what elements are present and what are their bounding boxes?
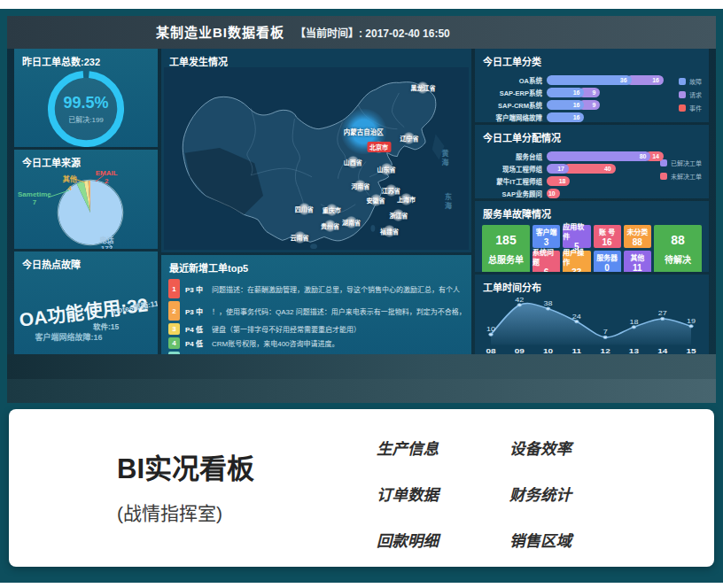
tile-用户操作: 用户操作33 (563, 251, 590, 272)
tile-name: 应用软件 (563, 221, 590, 241)
pie-label-EMAIL: EMAIL2 (96, 169, 118, 185)
brand-block: BI实况看板 (战情指挥室) (117, 446, 254, 525)
timeline-area-chart: 1008420938102411712181327141915 (480, 297, 702, 354)
card-link-生产信息[interactable]: 生产信息 (377, 437, 439, 459)
card-link-设备效率[interactable]: 设备效率 (509, 437, 571, 459)
bar-row-label: SAP-ERP系统 (482, 88, 547, 97)
tile-name: 客户端 (536, 227, 557, 236)
map-marker-湖南省: 湖南省 (342, 218, 361, 227)
pie-label-电话: 电话172 (99, 236, 113, 249)
bar-value: 16 (652, 77, 659, 83)
marker-label: 黑龙江省 (410, 83, 435, 92)
legend-label: 请求 (689, 90, 702, 99)
bar-row-label: 服务台组 (482, 151, 547, 161)
map-marker-内蒙古自治区: 内蒙古自治区 (344, 127, 384, 136)
panel-time-distribution: 工单时间分布 1008420938102411712181327141915 (475, 275, 709, 354)
left-column: 昨日工单总数:232 99.5% 已解决:199 今日工单来源 EMAIL2其他… (14, 49, 158, 354)
bar-value: 36 (620, 77, 627, 83)
bar-row-客户端网络故障: 客户端网络故障16 (482, 112, 702, 122)
bar-value: 18 (559, 178, 566, 184)
panel-top5-tickets: 最近新增工单top5 1P3 中问题描述：在薪酬激励管理，激励汇总里，导这个销售… (161, 255, 471, 354)
map-marker-山西省: 山西省 (344, 158, 362, 166)
panel-timeline-title: 工单时间分布 (475, 275, 709, 296)
marker-label: 安徽省 (367, 196, 385, 205)
map-marker-重庆市: 重庆市 (323, 205, 341, 214)
pie-label-name: 电话 (99, 236, 113, 244)
card-subtitle: (战情指挥室) (117, 499, 254, 525)
svg-text:38: 38 (544, 300, 554, 306)
bar-value: 16 (573, 102, 580, 108)
marker-label: 贵州省 (321, 221, 339, 230)
bar-row-label: 客户端网络故障 (482, 112, 547, 122)
tile-name: 用户操作 (563, 247, 590, 267)
bar-value: 80 (640, 153, 647, 159)
bar-segment: 16 (626, 75, 664, 85)
ticket-row-4: 4P4 低CRM账号权限，来电400咨询申请进度。 (168, 337, 464, 349)
marker-label: 福建省 (380, 227, 399, 236)
marker-label: 北京市 (367, 142, 391, 152)
bar-row-label: 蒙牛IT工程师组 (482, 176, 547, 186)
china-map: 内蒙古自治区北京市黑龙江省辽宁省山西省山东省河南省江苏省安徽省上海市浙江省四川省… (164, 67, 469, 250)
ticket-row-3: 3P4 低键盘（第一排字母不好用经常需要重启才能用） (168, 323, 464, 335)
bar-track: 18 (547, 176, 669, 186)
legend-label: 故障 (689, 77, 702, 86)
fault-word-cloud: OA功能使用:32inotes邮箱:11软件:15客户端网络故障:16 (14, 273, 158, 354)
tile-其他: 其他11 (624, 251, 651, 272)
screen-bezel-band-1 (7, 354, 716, 379)
svg-text:13: 13 (629, 347, 639, 354)
bar-segment: 10 (547, 189, 560, 198)
bar-row-label: SAP-CRM系统 (482, 100, 547, 110)
sea-label-1: 东海 (442, 193, 452, 211)
legend-label: 未解决工单 (671, 172, 702, 181)
card-link-订单数据[interactable]: 订单数据 (377, 483, 439, 505)
map-marker-贵州省: 贵州省 (321, 221, 339, 230)
card-links: 生产信息订单数据回款明细设备效率财务统计销售区域 (377, 437, 571, 551)
svg-text:18: 18 (629, 319, 639, 325)
tile-value: 185 (495, 233, 516, 247)
bar-value: 16 (573, 89, 580, 96)
bar-row-label: SAP业务顾问 (482, 189, 547, 198)
tile-系统问题: 系统问题6 (533, 251, 560, 272)
cloud-word-3: 客户端网络故障:16 (35, 331, 103, 343)
marker-label: 上海市 (397, 195, 416, 204)
tile-value: 33 (571, 267, 581, 272)
marker-label: 浙江省 (389, 211, 408, 220)
ticket-description: ！，使用事务代码：QA32 问题描述：用户来电表示有一批物料，判定为不合格，在S… (212, 306, 464, 316)
card-link-财务统计[interactable]: 财务统计 (509, 483, 571, 505)
svg-text:10: 10 (486, 326, 496, 332)
tile-value: 88 (671, 233, 685, 247)
legend-item: 未解决工单 (660, 172, 702, 181)
legend-label: 事件 (689, 104, 702, 112)
svg-text:09: 09 (515, 347, 525, 354)
donut-percent: 99.5% (63, 94, 108, 112)
ticket-rank-badge: 4 (168, 337, 180, 349)
tile-应用软件: 应用软件5 (563, 225, 590, 248)
screen-bezel-band-2 (7, 379, 716, 403)
tile-label: 总服务单 (488, 252, 524, 266)
tile-value: 6 (544, 267, 549, 272)
marker-label: 云南省 (291, 233, 309, 242)
bar-row-OA系统: OA系统3616 (482, 75, 702, 85)
marker-label: 内蒙古自治区 (344, 127, 384, 136)
tile-客户端: 客户端3 (533, 225, 560, 248)
bar-segment: 16 (547, 112, 584, 122)
bar-value: 40 (604, 166, 611, 172)
pie-label-value: 172 (99, 244, 113, 249)
dashboard-body: 昨日工单总数:232 99.5% 已解决:199 今日工单来源 EMAIL2其他… (14, 49, 709, 354)
pie-label-value: 2 (96, 177, 118, 185)
right-column: 今日工单分类 OA系统3616SAP-ERP系统169SAP-CRM系统169客… (475, 49, 709, 354)
card-link-回款明细[interactable]: 回款明细 (377, 529, 439, 551)
panel-top5-title: 最近新增工单top5 (161, 255, 471, 276)
pie-label-Sametime: Sametime7 (18, 190, 51, 206)
card-link-销售区域[interactable]: 销售区域 (509, 529, 571, 551)
map-marker-浙江省: 浙江省 (389, 211, 408, 220)
tile-name: 系统问题 (533, 247, 560, 267)
legend-item: 已解决工单 (660, 159, 702, 167)
bar-row-SAP-ERP系统: SAP-ERP系统169 (482, 88, 702, 97)
map-marker-上海市: 上海市 (397, 195, 416, 204)
tile-服务器: 服务器0 (594, 251, 621, 272)
tile-name: 未分类 (626, 227, 648, 236)
card-link-column-2: 设备效率财务统计销售区域 (509, 437, 571, 551)
tile-账号: 账 号16 (594, 225, 621, 248)
bar-track: 169 (547, 88, 669, 97)
